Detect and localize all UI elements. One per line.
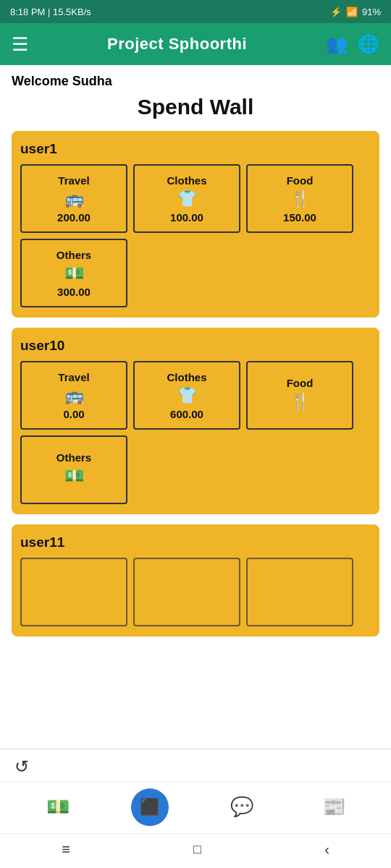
user1-food-label: Food (287, 174, 314, 187)
user10-others-label: Others (56, 451, 91, 464)
user1-others-amount: 300.00 (57, 286, 91, 298)
user10-food-icon: 🍴 (290, 392, 310, 411)
user1-travel-label: Travel (58, 174, 89, 187)
user10-travel-icon: 🚌 (64, 386, 84, 405)
user1-category-grid: Travel 🚌 200.00 Clothes 👕 100.00 Food 🍴 … (20, 164, 371, 307)
user10-others-cell: Others 💵 (20, 435, 127, 504)
battery-icon: 91% (362, 7, 381, 17)
page-title: Spend Wall (12, 95, 379, 119)
nav-news[interactable]: 📰 (315, 788, 353, 826)
user10-clothes-label: Clothes (167, 371, 206, 383)
user1-others-cell: Others 💵 300.00 (20, 239, 127, 307)
user10-travel-cell: Travel 🚌 0.00 (20, 361, 127, 430)
user-card-user1: user1 Travel 🚌 200.00 Clothes 👕 100.00 F… (12, 131, 379, 318)
user10-food-cell: Food 🍴 (246, 361, 353, 430)
user10-clothes-cell: Clothes 👕 600.00 (133, 361, 240, 430)
app-bar-icons: 👥 🌐 (326, 34, 379, 54)
user10-food-label: Food (287, 377, 314, 389)
globe-icon[interactable]: 🌐 (358, 34, 379, 54)
user1-clothes-label: Clothes (167, 174, 206, 187)
user1-others-label: Others (56, 249, 91, 261)
status-time: 8:18 PM | 15.5KB/s (10, 7, 91, 17)
menu-icon[interactable]: ☰ (12, 33, 28, 56)
chat-icon: 💬 (230, 796, 253, 818)
user-card-user11: user11 (12, 524, 379, 637)
status-bar: 8:18 PM | 15.5KB/s ⚡ 📶 91% (0, 0, 391, 23)
user10-clothes-amount: 600.00 (170, 408, 203, 420)
user11-cat3-cell (246, 558, 353, 626)
layers-icon: ⬛ (140, 798, 159, 817)
welcome-text: Welcome Sudha (12, 74, 379, 89)
user1-food-amount: 150.00 (283, 211, 316, 224)
news-icon: 📰 (322, 796, 345, 818)
user1-food-icon: 🍴 (290, 190, 310, 208)
user-card-user10: user10 Travel 🚌 0.00 Clothes 👕 600.00 Fo… (12, 328, 379, 514)
main-content: Welcome Sudha Spend Wall user1 Travel 🚌 … (0, 65, 391, 749)
app-bar: ☰ Project Sphoorthi 👥 🌐 (0, 23, 391, 65)
user10-name: user10 (20, 338, 371, 354)
nav-layers[interactable]: ⬛ (131, 788, 169, 826)
user11-cat2-cell (133, 558, 240, 626)
nav-chat[interactable]: 💬 (223, 788, 261, 826)
user1-travel-amount: 200.00 (57, 211, 91, 224)
app-title: Project Sphoorthi (107, 35, 247, 54)
nav-money[interactable]: 💵 (39, 788, 77, 826)
money-icon: 💵 (46, 796, 70, 818)
user10-travel-amount: 0.00 (63, 408, 84, 420)
user1-travel-icon: 🚌 (64, 190, 84, 208)
android-back-icon[interactable]: ‹ (324, 841, 329, 858)
refresh-button[interactable]: ↺ (14, 757, 29, 777)
android-home-icon[interactable]: □ (193, 842, 201, 857)
user10-travel-label: Travel (58, 371, 89, 383)
bottom-action-bar: ↺ (0, 749, 391, 781)
signal-icon: 📶 (346, 7, 358, 17)
android-menu-icon[interactable]: ≡ (62, 841, 70, 858)
bottom-nav: 💵 ⬛ 💬 📰 (0, 781, 391, 833)
bluetooth-icon: ⚡ (330, 7, 342, 17)
user10-others-icon: 💵 (64, 467, 84, 485)
user1-clothes-icon: 👕 (177, 190, 197, 208)
user1-food-cell: Food 🍴 150.00 (246, 164, 353, 233)
android-nav: ≡ □ ‹ (0, 833, 391, 868)
user1-clothes-amount: 100.00 (170, 211, 203, 224)
user1-others-icon: 💵 (64, 264, 84, 283)
user1-name: user1 (20, 141, 371, 157)
users-icon[interactable]: 👥 (326, 34, 348, 54)
user11-cat1-cell (20, 558, 127, 626)
user10-clothes-icon: 👕 (177, 386, 197, 405)
user11-name: user11 (20, 535, 371, 550)
user1-clothes-cell: Clothes 👕 100.00 (133, 164, 240, 233)
user1-travel-cell: Travel 🚌 200.00 (20, 164, 127, 233)
status-right: ⚡ 📶 91% (330, 7, 381, 17)
user11-category-grid (20, 558, 371, 626)
user10-category-grid: Travel 🚌 0.00 Clothes 👕 600.00 Food 🍴 Ot… (20, 361, 371, 504)
